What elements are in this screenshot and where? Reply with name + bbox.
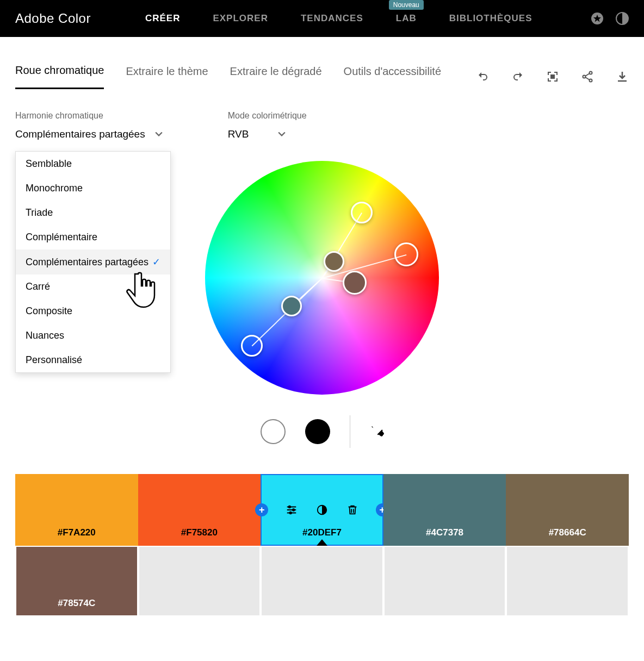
nav-item-lab-label: LAB [396,13,417,23]
palette-row-2: #78574C [0,546,644,616]
harmony-option-personnalise[interactable]: Personnalisé [16,348,170,372]
wheel-handle[interactable] [351,202,373,223]
tab-accessibilite[interactable]: Outils d'accessibilité [344,65,441,89]
top-nav: Adobe Color CRÉER EXPLORER TENDANCES Nou… [0,0,644,37]
divider [350,415,350,448]
nav-item-tendances[interactable]: TENDANCES [301,13,363,24]
logo[interactable]: Adobe Color [15,11,91,26]
mode-value-text: RVB [228,128,249,140]
wheel-handle[interactable] [324,251,344,272]
background-toggle-row [0,415,644,448]
palette-swatch[interactable]: #78574C [15,546,138,616]
mode-control: Mode colorimétrique RVB [228,111,307,140]
mode-label: Mode colorimétrique [228,111,307,121]
share-icon[interactable] [581,70,594,83]
palette-swatch[interactable]: #F7A220 [15,474,138,546]
background-light-button[interactable] [261,419,286,444]
swatch-hex-label: #78664C [549,527,586,538]
chevron-down-icon [278,130,286,138]
nav-item-explorer[interactable]: EXPLORER [213,13,268,24]
download-icon[interactable] [616,70,629,83]
nav-right [591,12,629,25]
harmony-option-triade[interactable]: Triade [16,201,170,225]
fullscreen-icon[interactable] [546,70,559,83]
redo-icon[interactable] [511,70,524,83]
harmony-value-text: Complémentaires partagées [15,128,145,140]
harmony-label: Harmonie chromatique [15,111,163,121]
undo-icon[interactable] [476,70,490,83]
harmony-option-composite[interactable]: Composite [16,299,170,323]
active-swatch-indicator-icon [317,539,327,546]
theme-toggle-icon[interactable] [616,12,629,25]
chevron-down-icon [155,130,163,138]
wheel-handle[interactable] [281,296,302,316]
svg-point-7 [293,509,295,511]
swatch-hex-label: #20DEF7 [302,527,342,538]
svg-rect-2 [551,75,554,78]
wheel-handle[interactable] [241,335,263,357]
wheel-handle[interactable] [343,271,367,295]
palette-swatch[interactable] [383,546,506,616]
check-icon: ✓ [152,256,160,268]
nav-item-bibliotheques[interactable]: BIBLIOTHÈQUES [449,13,532,24]
eyedropper-icon[interactable] [370,425,384,439]
svg-point-8 [289,512,292,514]
svg-point-6 [288,506,290,508]
harmony-dropdown: Semblable Monochrome Triade Complémentai… [15,151,171,373]
harmony-option-semblable[interactable]: Semblable [16,152,170,176]
palette-swatch[interactable] [138,546,261,616]
subnav-actions [476,70,629,83]
star-icon[interactable] [591,12,604,25]
tab-extraire-theme[interactable]: Extraire le thème [126,65,208,89]
swatch-hex-label: #F7A220 [58,527,96,538]
palette-swatch[interactable]: #4C7378 [383,474,506,546]
harmony-option-carre[interactable]: Carré [16,275,170,299]
palette-swatch[interactable] [506,546,629,616]
trash-icon[interactable] [346,504,358,516]
swatch-hex-label: #F75820 [181,527,218,538]
swatch-tools [286,504,358,516]
harmony-option-complementaire[interactable]: Complémentaire [16,225,170,250]
sub-nav: Roue chromatique Extraire le thème Extra… [0,64,644,89]
new-badge: Nouveau [389,0,424,10]
palette-swatch[interactable]: #F75820 [138,474,261,546]
harmony-option-nuances[interactable]: Nuances [16,323,170,348]
tab-extraire-degrade[interactable]: Extraire le dégradé [230,65,322,89]
wheel-handle[interactable] [394,242,418,266]
swatch-hex-label: #4C7378 [426,527,463,538]
nav-items: CRÉER EXPLORER TENDANCES Nouveau LAB BIB… [145,13,532,24]
swatch-hex-label: #78574C [58,598,95,609]
contrast-icon[interactable] [316,504,328,516]
nav-item-lab[interactable]: Nouveau LAB [396,13,417,24]
add-swatch-left-button[interactable]: + [255,503,268,516]
nav-item-creer[interactable]: CRÉER [145,13,181,24]
harmony-option-complementaires-partagees[interactable]: Complémentaires partagées✓ [16,250,170,275]
palette-swatch[interactable] [261,546,383,616]
palette-swatch[interactable]: #20DEF7++ [261,474,383,546]
harmony-control: Harmonie chromatique Complémentaires par… [15,111,163,140]
controls-row: Harmonie chromatique Complémentaires par… [0,89,644,150]
tab-roue-chromatique[interactable]: Roue chromatique [15,64,104,89]
palette-row: #F7A220#F75820#20DEF7++#4C7378#78664C [0,474,644,546]
harmony-dropdown-trigger[interactable]: Complémentaires partagées [15,128,163,140]
background-dark-button[interactable] [305,419,330,444]
palette-swatch[interactable]: #78664C [506,474,629,546]
sliders-icon[interactable] [286,504,298,516]
color-wheel[interactable] [205,161,439,395]
mode-dropdown-trigger[interactable]: RVB [228,128,307,140]
harmony-option-monochrome[interactable]: Monochrome [16,176,170,201]
